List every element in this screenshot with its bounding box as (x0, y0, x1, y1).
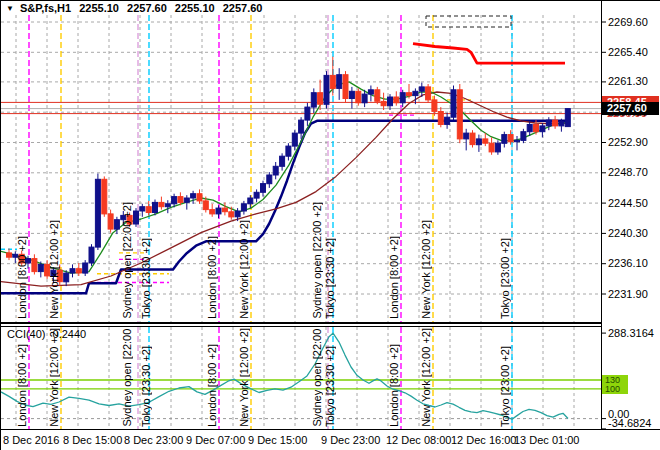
session-label: London [8:00 +2] (388, 236, 400, 319)
session-labels-main: London [8:00 +2]New York [12:00 +2]Sydne… (1, 15, 601, 323)
time-axis-label: 9 Dec 15:00 (248, 434, 307, 446)
session-label: New York [12:00 +2] (238, 328, 250, 427)
cci-min-label: -34.6824 (608, 417, 651, 430)
time-axis-label: 9 Dec 07:00 (186, 434, 245, 446)
session-label: Tokyo [23:30 +2] (324, 346, 336, 427)
price-axis-label: 2236.10 (608, 257, 648, 270)
price-axis-label: 2261.30 (608, 75, 648, 88)
ohlc-low: 2255.10 (175, 2, 215, 14)
session-label: London [8:00 +2] (16, 344, 28, 427)
session-label: Tokyo [23:30 +2] (140, 346, 152, 427)
time-axis-label: 8 Dec 15:00 (63, 434, 122, 446)
chart-menu-triangle-icon[interactable]: ▼ (6, 4, 14, 13)
cci-max-label: 288.3164 (608, 327, 654, 340)
session-label: Tokyo [23:00 +2] (499, 346, 511, 427)
price-axis-label: 2244.50 (608, 197, 648, 210)
session-label: London [8:00 +2] (16, 236, 28, 319)
indicator-label: CCI(40) 0.2440 (7, 328, 90, 340)
current-price-tag: 2257.60 (602, 102, 659, 115)
session-label: Sydney open [22:00 +2] (311, 327, 323, 427)
time-axis-label: 12 Dec 16:00 (451, 434, 516, 446)
session-label: London [8:00 +2] (388, 344, 400, 427)
price-axis-label: 2248.70 (608, 166, 648, 179)
price-axis-label: 2252.90 (608, 136, 648, 149)
time-axis-label: 13 Dec 01:00 (514, 434, 579, 446)
session-label: Tokyo [23:30 +2] (140, 238, 152, 319)
price-axis[interactable]: 2258.45 2256.90 2257.60 130 100 288.3164… (601, 1, 660, 450)
session-label: Sydney open [22:00 +2] (311, 202, 323, 319)
time-axis-label: 9 Dec 23:00 (321, 434, 380, 446)
session-label: London [8:00 +2] (206, 236, 218, 319)
price-axis-label: 2269.60 (608, 16, 648, 29)
price-axis-label: 2231.90 (608, 288, 648, 301)
time-axis-label: 8 Dec 23:00 (124, 434, 183, 446)
session-label: New York [12:00 +2] (48, 220, 60, 319)
session-label: New York [12:00 +2] (238, 220, 250, 319)
session-label: Tokyo [23:30 +2] (324, 238, 336, 319)
ohlc-open: 2255.10 (79, 2, 119, 14)
price-axis-label: 2265.40 (608, 46, 648, 59)
session-label: New York [12:00 +2] (48, 328, 60, 427)
ohlc-high: 2257.60 (127, 2, 167, 14)
session-label: New York [12:00 +2] (420, 328, 432, 427)
session-label: London [8:00 +2] (206, 344, 218, 427)
cci-level-lower-tag: 100 (602, 384, 628, 394)
symbol-period-label: S&P,fs,H1 (20, 2, 71, 14)
price-axis-label: 2240.30 (608, 227, 648, 240)
session-label: Sydney open [22:00 +2] (121, 327, 133, 427)
chart-window: ▼ S&P,fs,H1 2255.10 2257.60 2255.10 2257… (0, 0, 660, 450)
session-label: Sydney open [22:00 +2] (121, 202, 133, 319)
session-labels-sub: London [8:00 +2]New York [12:00 +2]Sydne… (1, 327, 601, 429)
session-label: Tokyo [23:00 +2] (499, 238, 511, 319)
time-axis-label: 8 Dec 2016 (3, 434, 59, 446)
indicator-value: 0.2440 (53, 328, 87, 340)
ohlc-close: 2257.60 (223, 2, 263, 14)
indicator-name: CCI(40) (7, 328, 46, 340)
session-label: New York [12:00 +2] (420, 220, 432, 319)
chart-title: ▼ S&P,fs,H1 2255.10 2257.60 2255.10 2257… (6, 2, 267, 14)
time-axis-label: 12 Dec 08:00 (386, 434, 451, 446)
time-axis[interactable]: 8 Dec 20168 Dec 15:008 Dec 23:009 Dec 07… (1, 430, 660, 450)
